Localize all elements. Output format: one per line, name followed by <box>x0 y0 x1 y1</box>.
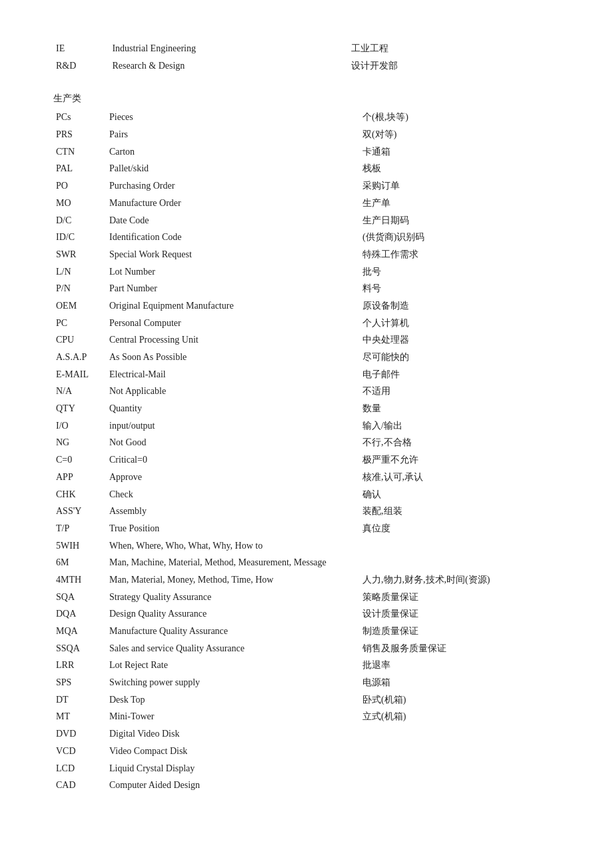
table-row: CTNCarton卡通箱 <box>53 143 560 161</box>
full-term: Check <box>107 486 360 503</box>
table-row: C=0Critical=0极严重不允许 <box>53 451 560 469</box>
abbreviation: A.S.A.P <box>53 349 107 366</box>
abbreviation: CPU <box>53 331 107 349</box>
table-row: PRSPairs双(对等) <box>53 126 560 143</box>
abbreviation: MO <box>53 195 107 212</box>
chinese-translation: 双(对等) <box>360 126 560 143</box>
table-row: POPurchasing Order采购订单 <box>53 177 560 195</box>
table-row: SPSSwitching power supply电源箱 <box>53 674 560 691</box>
table-row: VCDVideo Compact Disk <box>53 743 560 760</box>
full-term: Sales and service Quality Assurance <box>107 640 360 657</box>
full-term: Critical=0 <box>107 451 360 469</box>
full-term: Switching power supply <box>107 674 360 691</box>
full-term: Strategy Quality Assurance <box>107 589 360 606</box>
chinese-translation: 核准,认可,承认 <box>360 469 560 486</box>
chinese-translation: 特殊工作需求 <box>360 246 560 263</box>
full-term: Video Compact Disk <box>107 743 360 760</box>
table-row: L/NLot Number批号 <box>53 263 560 281</box>
abbreviation: L/N <box>53 263 107 281</box>
full-term: Quantity <box>107 400 360 417</box>
full-term: Pairs <box>107 126 360 143</box>
full-term: Purchasing Order <box>107 177 360 195</box>
full-term: Research & Design <box>109 57 348 75</box>
full-term: Personal Computer <box>107 315 360 332</box>
table-row: 4MTHMan, Material, Money, Method, Time, … <box>53 571 560 589</box>
chinese-translation <box>360 554 560 571</box>
abbreviation: 4MTH <box>53 571 107 589</box>
table-row: APPApprove核准,认可,承认 <box>53 469 560 486</box>
table-row: IEIndustrial Engineering工业工程 <box>53 40 560 57</box>
full-term: Manufacture Quality Assurance <box>107 623 360 640</box>
abbreviation: SSQA <box>53 640 107 657</box>
abbreviation: DT <box>53 691 107 709</box>
abbreviation: OEM <box>53 297 107 315</box>
table-row: E-MAILElectrical-Mail电子邮件 <box>53 366 560 383</box>
chinese-translation: 卡通箱 <box>360 143 560 161</box>
full-term: Not Good <box>107 434 360 451</box>
chinese-translation: (供货商)识别码 <box>360 229 560 246</box>
abbreviation: PCs <box>53 109 107 126</box>
abbreviation: CTN <box>53 143 107 161</box>
full-term: Pallet/skid <box>107 160 360 177</box>
chinese-translation: 批退率 <box>360 657 560 674</box>
chinese-translation: 生产日期码 <box>360 212 560 229</box>
chinese-translation: 立式(机箱) <box>360 708 560 725</box>
chinese-translation: 人力,物力,财务,技术,时间(资源) <box>360 571 560 589</box>
full-term: Liquid Crystal Display <box>107 760 360 777</box>
full-term: Carton <box>107 143 360 161</box>
abbreviation: ASS'Y <box>53 503 107 520</box>
abbreviation: LCD <box>53 760 107 777</box>
table-row: MOManufacture Order生产单 <box>53 195 560 212</box>
abbreviation: E-MAIL <box>53 366 107 383</box>
abbreviation: PRS <box>53 126 107 143</box>
chinese-translation <box>360 777 560 794</box>
table-row: NGNot Good不行,不合格 <box>53 434 560 451</box>
table-row: T/PTrue Position真位度 <box>53 520 560 537</box>
table-row: LCDLiquid Crystal Display <box>53 760 560 777</box>
full-term: Electrical-Mail <box>107 366 360 383</box>
chinese-translation: 设计质量保证 <box>360 605 560 623</box>
full-term: Mini-Tower <box>107 708 360 725</box>
table-row: CPUCentral Processing Unit中央处理器 <box>53 331 560 349</box>
chinese-translation: 制造质量保证 <box>360 623 560 640</box>
table-row: I/Oinput/output输入/输出 <box>53 417 560 435</box>
chinese-translation <box>360 537 560 555</box>
abbreviation: MQA <box>53 623 107 640</box>
main-glossary-table: PCsPieces个(根,块等)PRSPairs双(对等)CTNCarton卡通… <box>53 109 560 794</box>
chinese-translation: 生产单 <box>360 195 560 212</box>
abbreviation: NG <box>53 434 107 451</box>
abbreviation: DVD <box>53 725 107 743</box>
abbreviation: SQA <box>53 589 107 606</box>
table-row: ASS'YAssembly装配,组装 <box>53 503 560 520</box>
full-term: Special Work Request <box>107 246 360 263</box>
table-row: SQAStrategy Quality Assurance策略质量保证 <box>53 589 560 606</box>
table-row: DTDesk Top卧式(机箱) <box>53 691 560 709</box>
abbreviation: PO <box>53 177 107 195</box>
full-term: input/output <box>107 417 360 435</box>
chinese-translation: 栈板 <box>360 160 560 177</box>
abbreviation: T/P <box>53 520 107 537</box>
full-term: True Position <box>107 520 360 537</box>
abbreviation: PAL <box>53 160 107 177</box>
abbreviation: R&D <box>53 57 109 75</box>
table-row: N/ANot Applicable不适用 <box>53 383 560 400</box>
spacer-1 <box>53 74 560 81</box>
abbreviation: DQA <box>53 605 107 623</box>
abbreviation: PC <box>53 315 107 332</box>
chinese-translation: 尽可能快的 <box>360 349 560 366</box>
chinese-translation <box>360 725 560 743</box>
chinese-translation: 电源箱 <box>360 674 560 691</box>
full-term: Lot Number <box>107 263 360 281</box>
table-row: SWRSpecial Work Request特殊工作需求 <box>53 246 560 263</box>
full-term: Design Quality Assurance <box>107 605 360 623</box>
full-term: When, Where, Who, What, Why, How to <box>107 537 360 555</box>
abbreviation: APP <box>53 469 107 486</box>
table-row: LRRLot Reject Rate批退率 <box>53 657 560 674</box>
chinese-translation: 电子邮件 <box>360 366 560 383</box>
abbreviation: IE <box>53 40 109 57</box>
abbreviation: QTY <box>53 400 107 417</box>
chinese-translation: 原设备制造 <box>360 297 560 315</box>
abbreviation: SPS <box>53 674 107 691</box>
full-term: Man, Material, Money, Method, Time, How <box>107 571 360 589</box>
chinese-translation: 输入/输出 <box>360 417 560 435</box>
